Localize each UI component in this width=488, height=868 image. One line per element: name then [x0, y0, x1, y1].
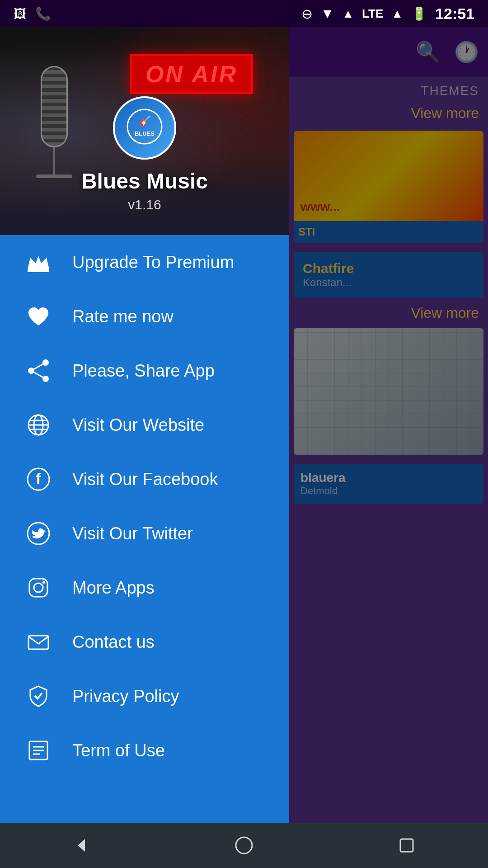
menu-item-share[interactable]: Please, Share App	[0, 344, 289, 398]
status-bar-left: 🖼 📞	[14, 6, 51, 21]
map-card[interactable]	[294, 328, 483, 455]
search-icon[interactable]: 🔍	[416, 40, 441, 64]
menu-item-privacy[interactable]: Privacy Policy	[0, 669, 289, 723]
drawer-header: ON AIR 🎸 BLUES	[0, 27, 289, 235]
instagram-icon	[23, 572, 54, 604]
privacy-label: Privacy Policy	[72, 687, 179, 706]
twitter-label: Visit Our Twitter	[72, 524, 193, 543]
main-container: 🔍 🕐 THEMES View more www... STI Chatfire…	[0, 27, 488, 868]
home-button[interactable]	[221, 823, 267, 868]
share-label: Please, Share App	[72, 361, 215, 381]
battery-icon: 🔋	[411, 6, 427, 21]
moreapps-label: More Apps	[72, 578, 155, 598]
right-topbar: 🔍 🕐	[289, 27, 488, 77]
share-icon	[23, 355, 54, 387]
svg-rect-27	[400, 839, 413, 852]
status-bar-right: ⊖ ▼ ▲ LTE ▲ 🔋 12:51	[301, 5, 474, 23]
on-air-sign: ON AIR	[130, 54, 253, 94]
back-button[interactable]	[59, 823, 104, 868]
card-1[interactable]: www... STI	[294, 131, 483, 243]
blauera-sub: Detmold	[300, 485, 477, 497]
status-bar: 🖼 📞 ⊖ ▼ ▲ LTE ▲ 🔋 12:51	[0, 0, 488, 27]
app-version: v1.16	[128, 197, 161, 212]
menu-item-website[interactable]: Visit Our Website	[0, 398, 289, 452]
history-icon[interactable]: 🕐	[454, 40, 479, 64]
upgrade-label: Upgrade To Premium	[72, 253, 234, 272]
svg-line-8	[31, 371, 46, 379]
chatfire-sub: Konstan...	[303, 276, 474, 289]
app-name: Blues Music	[81, 169, 208, 193]
app-logo-inner: 🎸 BLUES	[127, 108, 163, 147]
contact-label: Contact us	[72, 632, 155, 652]
svg-rect-3	[28, 269, 49, 272]
menu-item-rate[interactable]: Rate me now	[0, 289, 289, 344]
facebook-icon: f	[23, 463, 54, 495]
svg-line-7	[31, 363, 46, 371]
card-1-title: STI	[294, 221, 483, 243]
themes-label: THEMES	[289, 77, 488, 100]
photo-icon: 🖼	[14, 6, 26, 21]
chatfire-card[interactable]: Chatfire Konstan...	[294, 252, 483, 298]
right-panel: 🔍 🕐 THEMES View more www... STI Chatfire…	[289, 27, 488, 868]
wifi-icon: ▼	[321, 6, 334, 21]
view-more-link-1[interactable]: View more	[289, 100, 488, 126]
signal2-icon: ▲	[391, 7, 403, 21]
shield-icon	[23, 680, 54, 712]
terms-label: Term of Use	[72, 741, 165, 760]
globe-icon	[23, 409, 54, 441]
svg-point-18	[34, 583, 43, 592]
svg-point-26	[236, 837, 252, 854]
svg-rect-20	[28, 636, 48, 649]
svg-text:BLUES: BLUES	[135, 130, 155, 137]
card-1-text: www...	[300, 200, 340, 214]
menu-item-contact[interactable]: Contact us	[0, 615, 289, 669]
view-more-link-2[interactable]: View more	[289, 302, 488, 324]
do-not-disturb-icon: ⊖	[301, 6, 313, 22]
recent-button[interactable]	[384, 823, 429, 868]
blauera-card[interactable]: blauerа Detmold	[294, 464, 483, 504]
app-logo-circle: 🎸 BLUES	[113, 96, 176, 160]
website-label: Visit Our Website	[72, 415, 204, 435]
email-icon	[23, 626, 54, 658]
signal-icon: ▲	[342, 7, 354, 21]
menu-item-upgrade[interactable]: Upgrade To Premium	[0, 235, 289, 289]
blauera-title: blauerа	[300, 471, 477, 485]
svg-marker-25	[78, 839, 85, 852]
menu-item-twitter[interactable]: Visit Our Twitter	[0, 506, 289, 561]
heart-icon	[23, 301, 54, 332]
menu-items: Upgrade To Premium Rate me now Please, S…	[0, 235, 289, 868]
card-1-image: www...	[294, 131, 483, 221]
menu-item-terms[interactable]: Term of Use	[0, 723, 289, 778]
svg-text:🎸: 🎸	[139, 115, 151, 127]
lte-label: LTE	[362, 7, 383, 21]
nav-bar	[0, 823, 488, 868]
right-cards: www... STI	[289, 126, 488, 247]
drawer-header-bg: ON AIR 🎸 BLUES	[0, 27, 289, 235]
map-overlay	[294, 328, 483, 455]
twitter-icon	[23, 518, 54, 549]
drawer-menu: ON AIR 🎸 BLUES	[0, 27, 289, 868]
svg-text:f: f	[36, 470, 41, 487]
microphone-visual	[27, 36, 81, 208]
svg-point-19	[42, 581, 45, 584]
list-icon	[23, 735, 54, 766]
phone-icon: 📞	[35, 6, 51, 21]
facebook-label: Visit Our Facebook	[72, 470, 218, 489]
menu-item-moreapps[interactable]: More Apps	[0, 561, 289, 615]
menu-item-facebook[interactable]: f Visit Our Facebook	[0, 452, 289, 506]
status-time: 12:51	[435, 5, 474, 23]
chatfire-title: Chatfire	[303, 261, 474, 276]
rate-label: Rate me now	[72, 307, 174, 326]
guitar-icon: 🎸 BLUES	[127, 108, 163, 145]
crown-icon	[23, 246, 54, 278]
